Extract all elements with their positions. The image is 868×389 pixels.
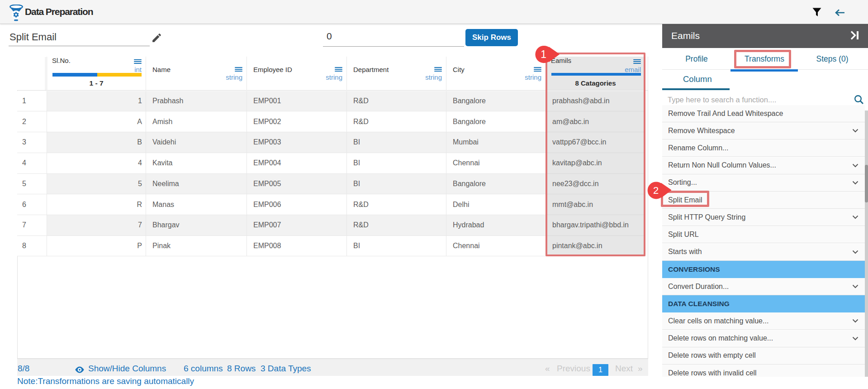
svg-text:2: 2 (653, 185, 659, 196)
svg-text:1: 1 (541, 48, 546, 60)
